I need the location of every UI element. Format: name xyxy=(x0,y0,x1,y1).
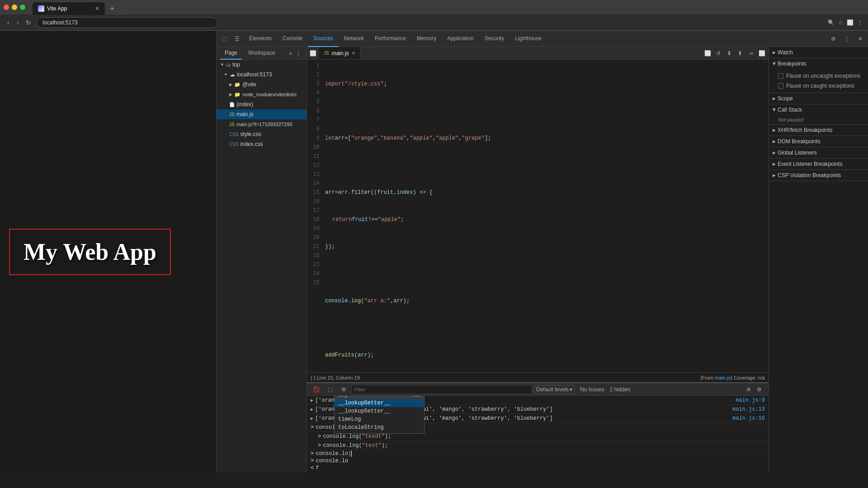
autocomplete-header: log tab xyxy=(335,396,424,399)
console-close-icon[interactable]: ✕ xyxy=(746,386,751,393)
forward-button[interactable]: › xyxy=(15,18,21,27)
rp-global-section: ▶ Global Listeners xyxy=(769,147,868,159)
editor-tab-icons[interactable]: ⬜ xyxy=(307,47,319,60)
tree-item-index-html[interactable]: 📄 (index) xyxy=(217,99,307,109)
tab-console[interactable]: Console xyxy=(277,31,308,47)
tree-item-nodemodules[interactable]: ▶ 📁 node_modules/vite/dist/c xyxy=(217,89,307,99)
ac-item-tolocalestring[interactable]: toLocaleString xyxy=(335,423,424,432)
rp-csp-header[interactable]: ▶ CSP Violation Breakpoints xyxy=(769,170,868,181)
console-no-issues: No Issues xyxy=(576,386,608,393)
rp-callstack-header[interactable]: ▶ Call Stack xyxy=(769,104,868,115)
console-sub-text-2: console.log("test"); xyxy=(323,442,765,449)
console-link-2[interactable]: main.js:13 xyxy=(732,406,765,413)
editor-tab-mainjs[interactable]: JS main.js ✕ xyxy=(319,47,360,60)
devtools-close-icon[interactable]: ✕ xyxy=(854,33,866,45)
close-button[interactable] xyxy=(4,5,9,10)
ac-item-lookupsetter[interactable]: __lookupGetter__ xyxy=(335,399,424,407)
browser-tab[interactable]: Vite App ✕ xyxy=(33,2,105,15)
reload-button[interactable]: ↻ xyxy=(24,18,33,27)
editor-tab-close[interactable]: ✕ xyxy=(352,51,355,56)
reload-sources-icon[interactable]: ↺ xyxy=(713,48,723,58)
step-over-icon[interactable]: ⇒ xyxy=(746,48,756,58)
source-tab-workspace[interactable]: Workspace xyxy=(244,47,280,60)
console-prompt-3: > xyxy=(318,442,321,449)
tab-close-icon[interactable]: ✕ xyxy=(95,5,99,12)
devtools-expand-btn[interactable]: ☰ xyxy=(231,33,243,45)
rp-xhr-header[interactable]: ▶ XHR/fetch Breakpoints xyxy=(769,125,868,136)
rp-global-header[interactable]: ▶ Global Listeners xyxy=(769,147,868,158)
devtools-more-icon[interactable]: ⋮ xyxy=(841,33,853,45)
file-tree: Page Workspace » ⋮ ▼ 🗂 top ▼ ☁ local xyxy=(217,47,307,473)
extensions-icon[interactable]: ⬜ xyxy=(847,19,854,26)
editor-toolbar-icons: ⬜ ↺ ⬇ ⬆ ⇒ ⬜ xyxy=(703,48,769,58)
console-gear-icon[interactable]: ⚙ xyxy=(753,384,765,395)
console-settings-icon[interactable]: ⚙ xyxy=(338,384,349,395)
devtools-settings-icon[interactable]: ⚙ xyxy=(827,33,839,45)
bookmark-icon[interactable]: ☆ xyxy=(838,19,843,26)
step-icon[interactable]: ⬆ xyxy=(735,48,745,58)
code-line-8 xyxy=(325,269,769,278)
maximize-button[interactable] xyxy=(20,5,25,10)
tree-item-stylecss[interactable]: CSS style.css xyxy=(217,129,307,139)
new-tab-button[interactable]: + xyxy=(106,2,118,15)
tab-performance[interactable]: Performance xyxy=(369,31,411,47)
tab-memory[interactable]: Memory xyxy=(411,31,442,47)
tree-item-localhost[interactable]: ▼ ☁ localhost:5173 xyxy=(217,70,307,80)
pause-caught-checkbox[interactable] xyxy=(778,83,783,89)
source-tab-menu[interactable]: ⋮ xyxy=(294,50,303,56)
console-link-1[interactable]: main.js:9 xyxy=(736,397,765,404)
rp-event-header[interactable]: ▶ Event Listener Breakpoints xyxy=(769,159,868,169)
pause-uncaught-label: Pause on uncaught exceptions xyxy=(786,73,860,79)
console-levels-dropdown[interactable]: Default levels ▾ xyxy=(534,385,575,394)
tab-application[interactable]: Application xyxy=(442,31,479,47)
tab-security[interactable]: Security xyxy=(479,31,509,47)
tab-network[interactable]: Network xyxy=(339,31,369,47)
dom-label: DOM Breakpoints xyxy=(778,138,821,145)
address-bar: ‹ › ↻ localhost:5173 🔍 ☆ ⬜ ⋮ xyxy=(0,14,868,31)
tree-item-indexcss[interactable]: CSS index.css xyxy=(217,139,307,149)
tree-item-top[interactable]: ▼ 🗂 top xyxy=(217,60,307,70)
source-tab-page[interactable]: Page xyxy=(220,47,242,60)
csp-arrow-icon: ▶ xyxy=(773,173,776,178)
devtools-toggle-btn[interactable]: ⬚ xyxy=(218,33,230,45)
tree-item-mainjs2[interactable]: JS main.js?t=171093327290 xyxy=(217,119,307,129)
rp-breakpoints-header[interactable]: ▶ Breakpoints xyxy=(769,58,868,69)
rp-pause-caught: Pause on caught exceptions xyxy=(778,81,864,91)
back-button[interactable]: ‹ xyxy=(5,18,11,27)
console-bottom-2: < f xyxy=(307,465,769,472)
console-link-3[interactable]: main.js:16 xyxy=(732,415,765,422)
cursor-position: { } Line 15, Column 19 xyxy=(311,375,360,380)
rp-watch-header[interactable]: ▶ Watch xyxy=(769,47,868,58)
tab-elements[interactable]: Elements xyxy=(244,31,277,47)
console-input-prompt: > xyxy=(311,450,314,457)
rp-scope-header[interactable]: ▶ Scope xyxy=(769,93,868,104)
console-clear-icon[interactable]: 🚫 xyxy=(311,384,322,395)
tab-sources[interactable]: Sources xyxy=(308,31,339,47)
callstack-label: Call Stack xyxy=(778,107,802,113)
coverage-link[interactable]: main.js xyxy=(715,375,731,380)
source-tab-more[interactable]: » xyxy=(289,50,292,56)
code-line-3: let arr = ["orange", "banana", "apple", … xyxy=(325,134,769,143)
breakpoint-icon[interactable]: ⬇ xyxy=(724,48,734,58)
webapp-title: My Web App xyxy=(24,239,156,265)
tab-lighthouse[interactable]: Lighthouse xyxy=(509,31,547,47)
console-filter-icon[interactable]: ⬚ xyxy=(324,384,336,395)
output-icon-1: ▶ xyxy=(311,398,313,403)
ac-item-lookupsetter2[interactable]: __lookupSetter__ xyxy=(335,407,424,415)
rp-dom-header[interactable]: ▶ DOM Breakpoints xyxy=(769,136,868,147)
format-icon[interactable]: ⬜ xyxy=(703,48,712,58)
code-view[interactable]: 1234 5678 9101112 13141516 17181920 2122… xyxy=(307,60,769,372)
ac-item-timelog[interactable]: timeLog xyxy=(335,415,424,423)
pause-uncaught-checkbox[interactable] xyxy=(778,73,783,79)
tree-item-mainjs[interactable]: JS main.js xyxy=(217,109,307,119)
console-filter-input[interactable] xyxy=(351,385,532,394)
tree-item-vite[interactable]: ▶ 📁 @vite xyxy=(217,80,307,89)
editor-tab-label: main.js xyxy=(332,50,349,56)
pretty-print-icon[interactable]: ⬜ xyxy=(757,48,767,58)
menu-icon[interactable]: ⋮ xyxy=(857,19,863,26)
console-area: 🚫 ⬚ ⚙ Default levels ▾ No Issues 2 hidde… xyxy=(307,382,769,473)
minimize-button[interactable] xyxy=(12,5,17,10)
search-icon[interactable]: 🔍 xyxy=(828,19,835,26)
address-input[interactable]: localhost:5173 xyxy=(37,17,217,28)
chevron-down-icon: ▾ xyxy=(570,386,572,393)
